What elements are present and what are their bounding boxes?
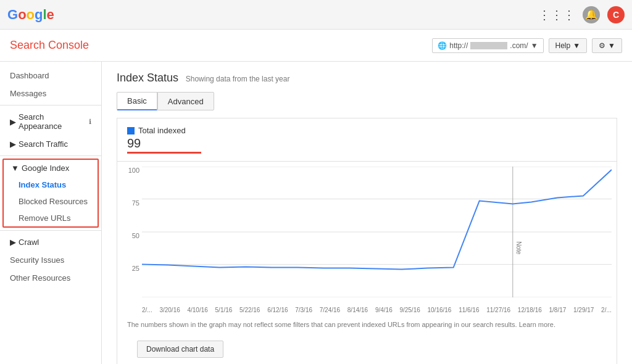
x-label-9: 9/4/16 — [375, 307, 393, 313]
sidebar-item-search-appearance[interactable]: ▶ Search Appearance ℹ — [0, 108, 101, 135]
sidebar-item-security-issues[interactable]: Security Issues — [0, 251, 101, 269]
sidebar-label-crawl: Crawl — [19, 238, 39, 247]
legend-color — [127, 127, 135, 134]
sidebar-item-remove-urls[interactable]: Remove URLs — [4, 210, 98, 226]
x-label-6: 7/3/16 — [295, 307, 312, 313]
legend-entry: Total indexed 99 — [127, 126, 201, 154]
info-icon: ℹ — [89, 118, 91, 126]
url-arrow-icon: ▼ — [531, 41, 538, 50]
y-label-50: 50 — [117, 232, 139, 239]
top-bar-right: ⋮⋮⋮ 🔔 C — [538, 6, 625, 23]
x-axis-labels: 2/... 3/20/16 4/10/16 5/1/16 5/22/16 6/1… — [142, 307, 612, 313]
x-label-13: 11/27/16 — [486, 307, 510, 313]
y-axis-labels: 100 75 50 25 — [117, 167, 139, 297]
chart-note: The numbers shown in the graph may not r… — [117, 316, 617, 333]
sidebar-item-dashboard[interactable]: Dashboard — [0, 67, 101, 85]
x-label-2: 4/10/16 — [187, 307, 207, 313]
tab-advanced[interactable]: Advanced — [157, 92, 214, 110]
y-label-25: 25 — [117, 265, 139, 272]
legend-underline — [127, 152, 201, 154]
globe-icon: 🌐 — [438, 41, 447, 50]
page-title-row: Index Status Showing data from the last … — [117, 72, 617, 85]
line-chart: Note — [142, 167, 612, 297]
y-label-75: 75 — [117, 199, 139, 207]
url-redacted — [470, 42, 507, 49]
main-content: Index Status Showing data from the last … — [102, 62, 632, 364]
header-controls: 🌐 http:// .com/ ▼ Help ▼ ⚙ ▼ — [432, 38, 622, 53]
url-display: http:// — [449, 41, 468, 50]
x-label-14: 12/18/16 — [518, 307, 542, 313]
page-subtitle: Showing data from the last year — [186, 75, 290, 83]
x-label-0: 2/... — [142, 307, 152, 313]
sidebar-item-google-index[interactable]: ▼ Google Index — [4, 160, 98, 176]
legend-value: 99 — [127, 136, 201, 151]
google-index-section: ▼ Google Index Index Status Blocked Reso… — [2, 159, 99, 228]
chart-area: 100 75 50 25 Note — [117, 162, 617, 316]
settings-arrow-icon: ▼ — [608, 41, 615, 50]
tab-basic[interactable]: Basic — [117, 92, 157, 110]
page-title: Index Status — [117, 72, 178, 84]
top-bar: Google ⋮⋮⋮ 🔔 C — [0, 0, 632, 30]
x-label-11: 10/16/16 — [427, 307, 451, 313]
y-label-100: 100 — [117, 167, 139, 174]
url-suffix: .com/ — [510, 41, 528, 50]
app-header: Search Console 🌐 http:// .com/ ▼ Help ▼ … — [0, 30, 632, 62]
x-label-8: 8/14/16 — [347, 307, 368, 313]
url-selector[interactable]: 🌐 http:// .com/ ▼ — [432, 38, 543, 53]
gear-icon: ⚙ — [599, 41, 605, 50]
arrow-icon: ▶ — [10, 117, 16, 126]
top-bar-left: Google — [7, 7, 54, 23]
google-logo: Google — [7, 7, 54, 23]
chart-container: Total indexed 99 100 75 50 25 — [117, 118, 617, 364]
arrow-icon: ▶ — [10, 238, 16, 247]
help-button[interactable]: Help ▼ — [549, 38, 588, 53]
grid-icon[interactable]: ⋮⋮⋮ — [538, 7, 575, 22]
x-label-3: 5/1/16 — [215, 307, 233, 313]
chart-legend: Total indexed 99 — [117, 118, 617, 162]
sidebar: Dashboard Messages ▶ Search Appearance ℹ… — [0, 62, 102, 364]
legend-label: Total indexed — [138, 126, 186, 135]
svg-text:Note: Note — [515, 241, 522, 255]
main-layout: Dashboard Messages ▶ Search Appearance ℹ… — [0, 62, 632, 364]
sidebar-item-blocked-resources[interactable]: Blocked Resources — [4, 193, 98, 210]
x-label-12: 11/6/16 — [459, 307, 479, 313]
x-label-1: 3/20/16 — [159, 307, 180, 313]
x-label-16: 1/29/17 — [573, 307, 594, 313]
sidebar-label-google-index: Google Index — [22, 163, 69, 173]
x-label-4: 5/22/16 — [239, 307, 260, 313]
arrow-icon: ▶ — [10, 139, 16, 149]
x-label-7: 7/24/16 — [320, 307, 340, 313]
x-label-15: 1/8/17 — [549, 307, 566, 313]
download-chart-button[interactable]: Download chart data — [137, 341, 223, 358]
settings-button[interactable]: ⚙ ▼ — [592, 38, 622, 53]
help-label: Help — [555, 41, 571, 50]
notification-icon[interactable]: 🔔 — [583, 6, 600, 23]
sidebar-item-crawl[interactable]: ▶ Crawl — [0, 233, 101, 251]
sidebar-item-index-status[interactable]: Index Status — [4, 176, 98, 193]
sidebar-item-other-resources[interactable]: Other Resources — [0, 269, 101, 287]
sidebar-label-search-appearance: Search Appearance — [19, 112, 86, 131]
help-arrow-icon: ▼ — [573, 41, 580, 50]
sidebar-label-search-traffic: Search Traffic — [19, 139, 68, 149]
sidebar-item-search-traffic[interactable]: ▶ Search Traffic — [0, 135, 101, 153]
arrow-down-icon: ▼ — [11, 163, 19, 173]
app-title: Search Console — [10, 39, 89, 52]
x-label-17: 2/... — [601, 307, 612, 313]
tab-bar: Basic Advanced — [117, 92, 617, 110]
sidebar-item-messages[interactable]: Messages — [0, 85, 101, 102]
x-label-5: 6/12/16 — [267, 307, 288, 313]
x-label-10: 9/25/16 — [399, 307, 420, 313]
avatar[interactable]: C — [607, 6, 625, 23]
